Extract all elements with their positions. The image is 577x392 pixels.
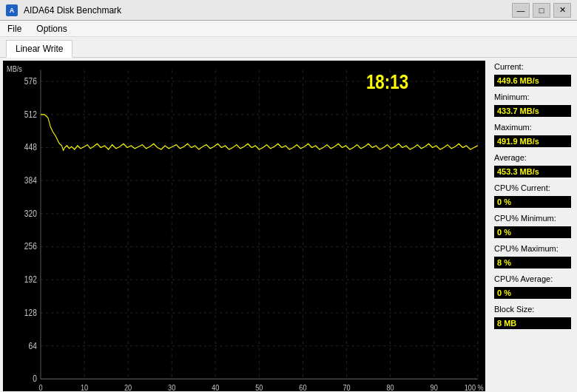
main-area: 576 512 448 384 320 256 192 128 64 0 MB/… [0,58,577,392]
svg-text:90: 90 [431,383,438,391]
block-size-value: 8 MB [494,317,571,329]
svg-text:512: 512 [24,109,37,119]
block-size-label: Block Size: [494,305,571,314]
svg-text:0: 0 [38,383,42,391]
svg-text:0: 0 [33,374,37,383]
svg-text:448: 448 [24,142,37,152]
minimum-label: Minimum: [494,92,571,101]
right-panel: Current: 449.6 MB/s Minimum: 433.7 MB/s … [488,58,577,392]
menu-bar: File Options [0,21,577,37]
svg-text:10: 10 [81,383,88,391]
svg-text:256: 256 [24,241,37,251]
cpu-maximum-value: 8 % [494,257,571,268]
svg-text:30: 30 [168,383,175,391]
average-value: 453.3 MB/s [494,166,571,178]
tab-linear-write[interactable]: Linear Write [6,40,72,58]
app-icon: A [6,4,18,16]
maximum-label: Maximum: [494,123,571,132]
window-controls: — □ ✕ [512,3,571,18]
close-button[interactable]: ✕ [553,3,571,18]
chart-container: 576 512 448 384 320 256 192 128 64 0 MB/… [3,61,485,391]
svg-text:320: 320 [24,209,37,218]
average-label: Average: [494,153,571,162]
svg-text:70: 70 [343,383,350,391]
menu-file[interactable]: File [3,22,26,36]
svg-rect-0 [3,61,485,391]
cpu-maximum-label: CPU% Maximum: [494,244,571,253]
cpu-average-value: 0 % [494,287,571,299]
svg-text:384: 384 [24,175,37,185]
svg-text:18:13: 18:13 [366,70,408,93]
chart-svg: 576 512 448 384 320 256 192 128 64 0 MB/… [3,61,485,391]
window-title: AIDA64 Disk Benchmark [24,5,121,16]
maximum-value: 491.9 MB/s [494,135,571,147]
current-value: 449.6 MB/s [494,75,571,87]
cpu-current-label: CPU% Current: [494,183,571,192]
svg-text:50: 50 [255,383,263,391]
svg-text:80: 80 [387,383,394,391]
svg-text:192: 192 [24,274,37,284]
svg-text:128: 128 [24,308,37,317]
tab-row: Linear Write [0,37,577,58]
svg-text:40: 40 [212,383,219,391]
minimize-button[interactable]: — [512,3,530,18]
svg-text:576: 576 [24,76,37,86]
svg-text:MB/s: MB/s [7,64,22,73]
maximize-button[interactable]: □ [533,3,550,18]
svg-text:64: 64 [29,340,38,350]
cpu-minimum-label: CPU% Minimum: [494,214,571,223]
svg-text:100 %: 100 % [465,383,484,391]
cpu-average-label: CPU% Average: [494,274,571,283]
svg-text:20: 20 [124,383,132,391]
minimum-value: 433.7 MB/s [494,105,571,117]
current-label: Current: [494,62,571,71]
svg-text:60: 60 [299,383,306,391]
cpu-current-value: 0 % [494,196,571,208]
cpu-minimum-value: 0 % [494,226,571,238]
title-bar: A AIDA64 Disk Benchmark — □ ✕ [0,0,577,21]
menu-options[interactable]: Options [32,22,71,36]
